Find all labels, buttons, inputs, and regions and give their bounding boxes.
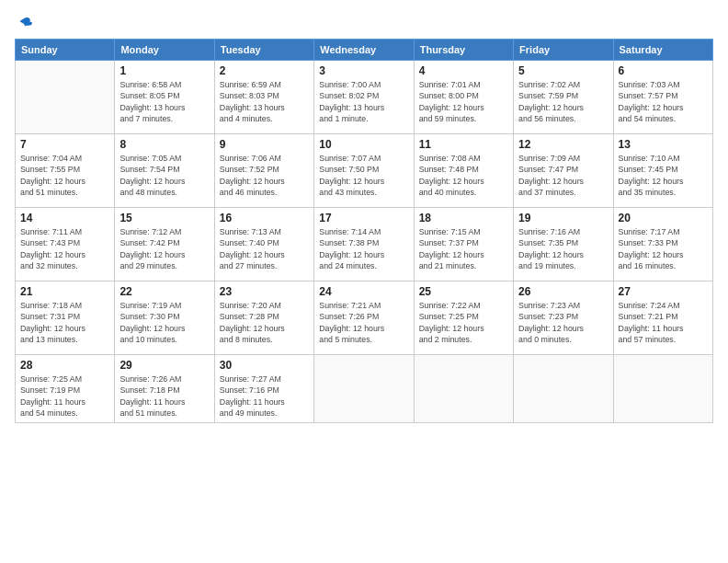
calendar-cell: 19Sunrise: 7:16 AMSunset: 7:35 PMDayligh… — [514, 208, 613, 282]
calendar-cell: 5Sunrise: 7:02 AMSunset: 7:59 PMDaylight… — [514, 61, 613, 134]
day-info: Sunrise: 7:08 AMSunset: 7:48 PMDaylight:… — [419, 153, 508, 198]
day-number: 2 — [220, 64, 309, 77]
calendar-cell: 25Sunrise: 7:22 AMSunset: 7:25 PMDayligh… — [414, 282, 513, 355]
calendar-header: Sunday Monday Tuesday Wednesday Thursday… — [16, 40, 713, 61]
calendar-cell — [514, 355, 613, 423]
calendar-cell: 23Sunrise: 7:20 AMSunset: 7:28 PMDayligh… — [214, 282, 313, 355]
col-thursday: Thursday — [414, 40, 513, 61]
day-number: 17 — [319, 212, 408, 224]
day-number: 6 — [619, 64, 708, 77]
calendar-table: Sunday Monday Tuesday Wednesday Thursday… — [15, 39, 713, 423]
calendar-cell: 24Sunrise: 7:21 AMSunset: 7:26 PMDayligh… — [314, 282, 414, 355]
calendar-cell: 21Sunrise: 7:18 AMSunset: 7:31 PMDayligh… — [16, 282, 115, 355]
col-tuesday: Tuesday — [214, 40, 313, 61]
day-number: 28 — [20, 359, 109, 372]
day-number: 11 — [419, 138, 508, 151]
day-number: 8 — [119, 138, 209, 151]
calendar-cell — [314, 355, 414, 423]
day-info: Sunrise: 7:11 AMSunset: 7:43 PMDaylight:… — [20, 226, 109, 271]
day-info: Sunrise: 7:24 AMSunset: 7:21 PMDaylight:… — [619, 300, 708, 345]
day-info: Sunrise: 7:13 AMSunset: 7:40 PMDaylight:… — [220, 226, 309, 271]
calendar-cell — [414, 355, 513, 423]
col-saturday: Saturday — [613, 40, 712, 61]
calendar-cell: 17Sunrise: 7:14 AMSunset: 7:38 PMDayligh… — [314, 208, 414, 282]
day-info: Sunrise: 7:12 AMSunset: 7:42 PMDaylight:… — [119, 226, 209, 271]
calendar-cell: 6Sunrise: 7:03 AMSunset: 7:57 PMDaylight… — [613, 61, 712, 134]
header-row: Sunday Monday Tuesday Wednesday Thursday… — [16, 40, 713, 61]
calendar-cell: 29Sunrise: 7:26 AMSunset: 7:18 PMDayligh… — [115, 355, 214, 423]
calendar-body: 1Sunrise: 6:58 AMSunset: 8:05 PMDaylight… — [16, 61, 713, 423]
day-number: 7 — [20, 138, 109, 151]
day-number: 27 — [619, 285, 708, 298]
day-number: 29 — [119, 359, 209, 372]
calendar-cell — [16, 61, 115, 134]
day-info: Sunrise: 7:19 AMSunset: 7:30 PMDaylight:… — [119, 300, 209, 345]
calendar-cell: 1Sunrise: 6:58 AMSunset: 8:05 PMDaylight… — [115, 61, 214, 134]
day-number: 19 — [518, 212, 608, 224]
day-number: 16 — [220, 212, 309, 224]
calendar-week-4: 21Sunrise: 7:18 AMSunset: 7:31 PMDayligh… — [16, 282, 713, 355]
col-wednesday: Wednesday — [314, 40, 414, 61]
calendar-cell: 26Sunrise: 7:23 AMSunset: 7:23 PMDayligh… — [514, 282, 613, 355]
calendar-cell: 11Sunrise: 7:08 AMSunset: 7:48 PMDayligh… — [414, 134, 513, 208]
calendar-cell: 3Sunrise: 7:00 AMSunset: 8:02 PMDaylight… — [314, 61, 414, 134]
calendar-cell: 2Sunrise: 6:59 AMSunset: 8:03 PMDaylight… — [214, 61, 313, 134]
day-info: Sunrise: 6:58 AMSunset: 8:05 PMDaylight:… — [119, 79, 209, 124]
day-number: 3 — [319, 64, 408, 77]
day-number: 4 — [419, 64, 508, 77]
day-number: 1 — [119, 64, 209, 77]
logo — [15, 15, 35, 29]
day-info: Sunrise: 7:23 AMSunset: 7:23 PMDaylight:… — [518, 300, 608, 345]
calendar-cell: 10Sunrise: 7:07 AMSunset: 7:50 PMDayligh… — [314, 134, 414, 208]
calendar-week-3: 14Sunrise: 7:11 AMSunset: 7:43 PMDayligh… — [16, 208, 713, 282]
calendar-cell: 13Sunrise: 7:10 AMSunset: 7:45 PMDayligh… — [613, 134, 712, 208]
day-info: Sunrise: 7:26 AMSunset: 7:18 PMDaylight:… — [119, 373, 209, 419]
day-number: 24 — [319, 285, 408, 298]
day-info: Sunrise: 7:06 AMSunset: 7:52 PMDaylight:… — [220, 153, 309, 198]
day-info: Sunrise: 7:16 AMSunset: 7:35 PMDaylight:… — [518, 226, 608, 271]
day-info: Sunrise: 7:14 AMSunset: 7:38 PMDaylight:… — [319, 226, 408, 271]
day-info: Sunrise: 7:15 AMSunset: 7:37 PMDaylight:… — [419, 226, 508, 271]
calendar-week-1: 1Sunrise: 6:58 AMSunset: 8:05 PMDaylight… — [16, 61, 713, 134]
day-number: 15 — [119, 212, 209, 224]
day-number: 10 — [319, 138, 408, 151]
calendar-cell: 14Sunrise: 7:11 AMSunset: 7:43 PMDayligh… — [16, 208, 115, 282]
calendar-cell: 18Sunrise: 7:15 AMSunset: 7:37 PMDayligh… — [414, 208, 513, 282]
day-info: Sunrise: 7:10 AMSunset: 7:45 PMDaylight:… — [619, 153, 708, 198]
day-number: 9 — [220, 138, 309, 151]
calendar-cell: 15Sunrise: 7:12 AMSunset: 7:42 PMDayligh… — [115, 208, 214, 282]
calendar-week-2: 7Sunrise: 7:04 AMSunset: 7:55 PMDaylight… — [16, 134, 713, 208]
calendar-cell — [613, 355, 712, 423]
calendar-cell: 9Sunrise: 7:06 AMSunset: 7:52 PMDaylight… — [214, 134, 313, 208]
calendar-cell: 7Sunrise: 7:04 AMSunset: 7:55 PMDaylight… — [16, 134, 115, 208]
calendar-cell: 16Sunrise: 7:13 AMSunset: 7:40 PMDayligh… — [214, 208, 313, 282]
day-info: Sunrise: 7:21 AMSunset: 7:26 PMDaylight:… — [319, 300, 408, 345]
day-number: 26 — [518, 285, 608, 298]
day-info: Sunrise: 7:07 AMSunset: 7:50 PMDaylight:… — [319, 153, 408, 198]
logo-text — [15, 15, 35, 29]
day-number: 18 — [419, 212, 508, 224]
day-number: 25 — [419, 285, 508, 298]
day-info: Sunrise: 7:02 AMSunset: 7:59 PMDaylight:… — [518, 79, 608, 124]
day-info: Sunrise: 7:20 AMSunset: 7:28 PMDaylight:… — [220, 300, 309, 345]
calendar-cell: 8Sunrise: 7:05 AMSunset: 7:54 PMDaylight… — [115, 134, 214, 208]
calendar-cell: 22Sunrise: 7:19 AMSunset: 7:30 PMDayligh… — [115, 282, 214, 355]
day-number: 22 — [119, 285, 209, 298]
col-monday: Monday — [115, 40, 214, 61]
calendar-week-5: 28Sunrise: 7:25 AMSunset: 7:19 PMDayligh… — [16, 355, 713, 423]
page: Sunday Monday Tuesday Wednesday Thursday… — [0, 0, 728, 563]
calendar-cell: 30Sunrise: 7:27 AMSunset: 7:16 PMDayligh… — [214, 355, 313, 423]
day-info: Sunrise: 6:59 AMSunset: 8:03 PMDaylight:… — [220, 79, 309, 124]
day-number: 30 — [220, 359, 309, 372]
day-number: 23 — [220, 285, 309, 298]
day-info: Sunrise: 7:03 AMSunset: 7:57 PMDaylight:… — [619, 79, 708, 124]
day-number: 14 — [20, 212, 109, 224]
day-info: Sunrise: 7:04 AMSunset: 7:55 PMDaylight:… — [20, 153, 109, 198]
day-number: 20 — [619, 212, 708, 224]
day-info: Sunrise: 7:00 AMSunset: 8:02 PMDaylight:… — [319, 79, 408, 124]
day-number: 21 — [20, 285, 109, 298]
col-sunday: Sunday — [16, 40, 115, 61]
day-number: 12 — [518, 138, 608, 151]
day-number: 5 — [518, 64, 608, 77]
day-info: Sunrise: 7:25 AMSunset: 7:19 PMDaylight:… — [20, 373, 109, 419]
